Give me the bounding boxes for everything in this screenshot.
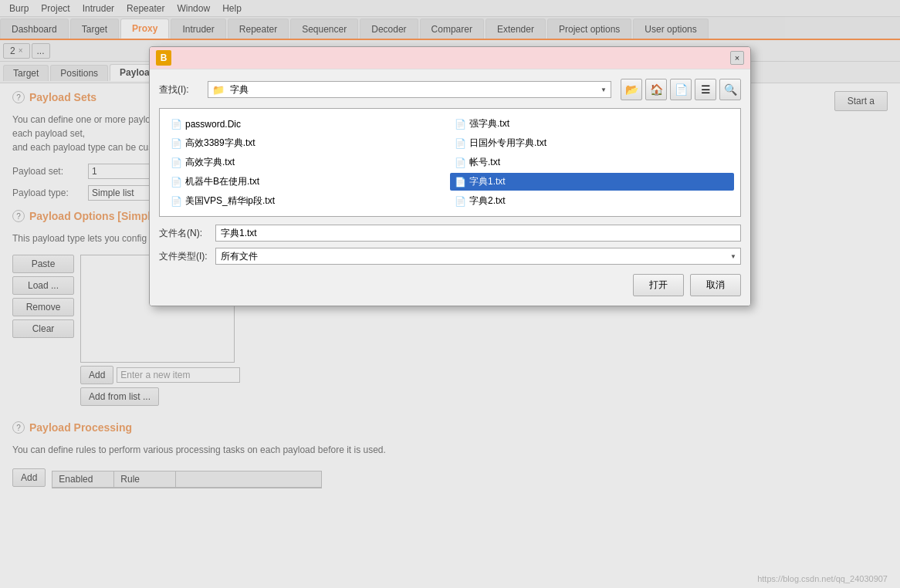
modal-actions: 打开 取消 (159, 274, 741, 296)
modal-toolbar: 📂 🏠 📄 ☰ 🔍 (621, 79, 741, 100)
file-icon: 📄 (171, 177, 182, 188)
file-icon: 📄 (171, 119, 182, 130)
modal-location-label: 查找(I): (159, 83, 201, 96)
file-item[interactable]: 📄强字典.txt (450, 115, 734, 133)
file-item[interactable]: 📄帐号.txt (450, 154, 734, 171)
file-grid: 📄password.Dic📄强字典.txt📄高效3389字典.txt📄日国外专用… (159, 108, 741, 217)
file-item[interactable]: 📄字典2.txt (450, 192, 734, 210)
modal-body: 查找(I): 📁 字典 📂 🏠 📄 ☰ 🔍 📄password.Dic� (150, 69, 750, 306)
modal-filename-input[interactable] (215, 225, 741, 242)
modal-toolbar-new-folder-btn[interactable]: 📄 (670, 79, 692, 100)
modal-title-icon: B (156, 50, 171, 66)
modal-toolbar-folder-btn[interactable]: 📂 (621, 79, 642, 100)
file-icon: 📄 (171, 138, 182, 149)
modal-filename-label: 文件名(N): (159, 227, 209, 240)
file-icon: 📄 (455, 196, 466, 207)
modal-toolbar-view-btn[interactable]: ☰ (695, 79, 716, 100)
file-item[interactable]: 📄高效字典.txt (166, 154, 450, 171)
modal-toolbar-home-btn[interactable]: 🏠 (645, 79, 667, 100)
file-item[interactable]: 📄password.Dic (166, 115, 450, 133)
modal-filetype-select[interactable]: 所有文件 (215, 248, 741, 265)
file-icon: 📄 (455, 138, 466, 149)
file-item[interactable]: 📄日国外专用字典.txt (450, 134, 734, 152)
modal-open-button[interactable]: 打开 (633, 274, 684, 296)
modal-cancel-button[interactable]: 取消 (690, 274, 741, 296)
file-icon: 📄 (171, 157, 182, 168)
file-item[interactable]: 📄字典1.txt (450, 173, 734, 191)
modal-location-dropdown[interactable]: 📁 字典 (208, 81, 611, 98)
file-item[interactable]: 📄美国VPS_精华ip段.txt (166, 192, 450, 210)
modal-toolbar-search-btn[interactable]: 🔍 (719, 79, 741, 100)
modal-filetype-label: 文件类型(I): (159, 250, 209, 263)
file-item[interactable]: 📄高效3389字典.txt (166, 134, 450, 152)
file-item[interactable]: 📄机器牛B在使用.txt (166, 173, 450, 191)
modal-close-button[interactable]: × (730, 51, 744, 65)
modal-titlebar: B × (150, 47, 750, 69)
file-icon: 📄 (455, 177, 466, 188)
modal-location-select[interactable]: 字典 (208, 81, 611, 98)
file-icon: 📄 (455, 157, 466, 168)
file-icon: 📄 (171, 196, 182, 207)
modal-location-row: 查找(I): 📁 字典 📂 🏠 📄 ☰ 🔍 (159, 79, 741, 100)
modal-filetype-select-wrapper: 所有文件 (215, 248, 741, 265)
file-icon: 📄 (455, 119, 466, 130)
file-open-dialog: B × 查找(I): 📁 字典 📂 🏠 📄 ☰ 🔍 (149, 46, 751, 306)
modal-filename-row: 文件名(N): (159, 225, 741, 242)
modal-overlay: B × 查找(I): 📁 字典 📂 🏠 📄 ☰ 🔍 (0, 0, 900, 588)
modal-filetype-row: 文件类型(I): 所有文件 (159, 248, 741, 265)
